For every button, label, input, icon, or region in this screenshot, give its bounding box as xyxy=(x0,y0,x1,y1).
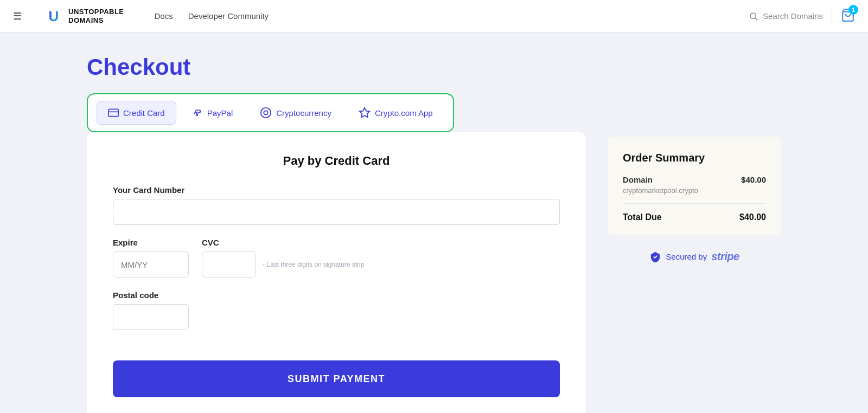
nav-divider xyxy=(832,8,832,24)
cvc-input-row: - Last three digits on signature strip xyxy=(202,251,364,278)
card-number-input[interactable] xyxy=(113,199,560,225)
nav-link-docs[interactable]: Docs xyxy=(155,11,173,21)
stripe-wordmark: stripe xyxy=(711,250,739,263)
payment-tabs: Credit Card PayPal Cryptocurre xyxy=(87,93,454,132)
domain-price: $40.00 xyxy=(741,175,766,184)
card-number-group: Your Card Number xyxy=(113,185,560,225)
logo[interactable]: U UNSTOPPABLE DOMAINS xyxy=(43,6,124,27)
svg-point-7 xyxy=(261,108,271,118)
hamburger-icon[interactable]: ☰ xyxy=(13,10,22,22)
svg-point-8 xyxy=(264,111,268,114)
expire-input[interactable] xyxy=(113,251,189,278)
cvc-group: CVC - Last three digits on signature str… xyxy=(202,238,364,278)
total-due-price: $40.00 xyxy=(739,212,766,222)
search-icon xyxy=(749,11,758,21)
card-number-label: Your Card Number xyxy=(113,185,560,195)
tab-cryptocurrency-label: Cryptocurrency xyxy=(276,108,331,118)
tab-crypto-app[interactable]: Crypto.com App xyxy=(347,101,444,125)
secured-text: Secured by xyxy=(666,252,707,261)
navbar: ☰ U UNSTOPPABLE DOMAINS Docs Developer C… xyxy=(0,0,868,33)
cryptocurrency-icon xyxy=(260,107,272,119)
order-summary-box: Order Summary Domain cryptomarketpool.cr… xyxy=(608,137,781,235)
domain-info: Domain cryptomarketpool.crypto xyxy=(623,175,698,195)
cvc-hint: - Last three digits on signature strip xyxy=(263,261,364,268)
postal-code-input[interactable] xyxy=(113,304,189,330)
search-area[interactable]: Search Domains xyxy=(749,11,823,21)
domain-row: Domain cryptomarketpool.crypto $40.00 xyxy=(623,175,766,203)
left-section: Credit Card PayPal Cryptocurre xyxy=(87,93,586,413)
svg-marker-9 xyxy=(360,108,369,117)
order-summary-title: Order Summary xyxy=(623,152,766,164)
cart-badge: 1 xyxy=(848,5,858,15)
order-summary-panel: Order Summary Domain cryptomarketpool.cr… xyxy=(608,93,781,263)
cvc-input[interactable] xyxy=(202,251,256,278)
total-row: Total Due $40.00 xyxy=(623,212,766,222)
svg-line-3 xyxy=(755,18,757,20)
svg-text:U: U xyxy=(49,8,59,24)
expire-cvc-row: Expire CVC - Last three digits on signat… xyxy=(113,238,560,278)
tab-paypal-label: PayPal xyxy=(207,108,233,118)
checkout-title: Checkout xyxy=(87,54,781,80)
checkout-panel-outer: Credit Card PayPal Cryptocurre xyxy=(87,93,781,413)
tab-credit-card[interactable]: Credit Card xyxy=(97,101,176,125)
svg-point-2 xyxy=(750,13,756,19)
cart-button[interactable]: 1 xyxy=(841,8,855,24)
secured-stripe: Secured by stripe xyxy=(608,250,781,263)
page-content: Checkout Credit Card xyxy=(54,33,814,413)
tab-paypal[interactable]: PayPal xyxy=(181,101,245,125)
cvc-label: CVC xyxy=(202,238,364,247)
expire-group: Expire xyxy=(113,238,189,278)
payment-panel: Pay by Credit Card Your Card Number Expi… xyxy=(87,132,586,413)
nav-links: Docs Developer Community xyxy=(155,11,269,21)
domain-label: Domain xyxy=(623,175,698,184)
crypto-app-icon xyxy=(359,107,371,119)
navbar-left: ☰ U UNSTOPPABLE DOMAINS Docs Developer C… xyxy=(13,6,269,27)
expire-label: Expire xyxy=(113,238,189,247)
logo-text: UNSTOPPABLE DOMAINS xyxy=(68,8,124,24)
tab-cryptocurrency[interactable]: Cryptocurrency xyxy=(248,101,343,125)
postal-code-label: Postal code xyxy=(113,291,560,300)
svg-rect-5 xyxy=(108,109,118,116)
domain-name: cryptomarketpool.crypto xyxy=(623,186,698,195)
navbar-right: Search Domains 1 xyxy=(749,8,855,24)
tab-crypto-app-label: Crypto.com App xyxy=(375,108,433,118)
tab-credit-card-label: Credit Card xyxy=(123,108,165,118)
pay-by-credit-card-title: Pay by Credit Card xyxy=(113,154,560,168)
shield-icon xyxy=(649,251,661,263)
logo-icon: U xyxy=(43,6,64,27)
search-label: Search Domains xyxy=(763,11,823,21)
postal-code-group: Postal code xyxy=(113,291,560,330)
submit-payment-button[interactable]: SUBMIT PAYMENT xyxy=(113,360,560,397)
nav-link-dev-community[interactable]: Developer Community xyxy=(188,11,269,21)
credit-card-icon xyxy=(108,107,119,118)
order-divider xyxy=(623,203,766,204)
total-due-label: Total Due xyxy=(623,212,662,222)
paypal-icon xyxy=(192,107,203,118)
